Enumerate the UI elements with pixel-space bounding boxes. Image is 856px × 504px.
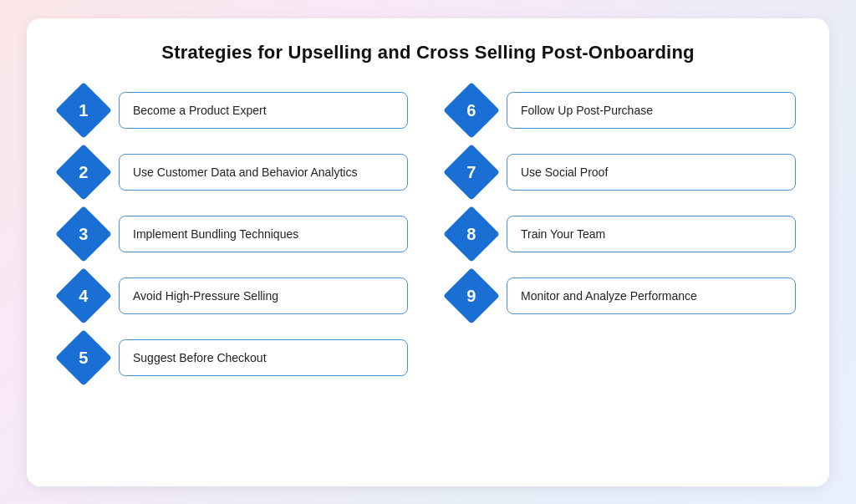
item-label: Use Customer Data and Behavior Analytics: [119, 154, 408, 191]
item-label: Implement Bundling Techniques: [119, 216, 408, 252]
item-number: 6: [466, 102, 476, 119]
diamond-wrapper: 5: [60, 334, 107, 381]
item-label: Become a Product Expert: [119, 92, 408, 129]
list-item: 9 Monitor and Analyze Performance: [448, 272, 796, 319]
diamond-shape: 3: [55, 206, 112, 262]
item-label: Suggest Before Checkout: [119, 339, 408, 376]
diamond-shape: 2: [55, 144, 112, 201]
list-item: 4 Avoid High-Pressure Selling: [60, 272, 408, 319]
left-column: 1 Become a Product Expert 2 Use Customer…: [60, 87, 408, 381]
item-number: 8: [466, 226, 476, 242]
list-item: 6 Follow Up Post-Purchase: [448, 87, 796, 134]
diamond-shape: 8: [443, 206, 500, 262]
diamond-wrapper: 8: [448, 211, 495, 257]
diamond-shape: 6: [443, 82, 500, 139]
diamond-wrapper: 9: [448, 272, 495, 319]
page-title: Strategies for Upselling and Cross Selli…: [60, 42, 796, 64]
diamond-shape: 7: [443, 144, 500, 201]
diamond-wrapper: 2: [60, 149, 107, 196]
list-item: 1 Become a Product Expert: [60, 87, 408, 134]
item-number: 5: [79, 349, 88, 366]
list-item: 7 Use Social Proof: [448, 149, 796, 196]
strategies-grid: 1 Become a Product Expert 2 Use Customer…: [60, 87, 796, 381]
right-column: 6 Follow Up Post-Purchase 7 Use Social P…: [448, 87, 796, 381]
item-label: Follow Up Post-Purchase: [507, 92, 796, 129]
diamond-wrapper: 6: [448, 87, 495, 134]
item-number: 7: [466, 164, 476, 181]
item-number: 3: [79, 226, 88, 242]
item-label: Avoid High-Pressure Selling: [119, 277, 408, 314]
item-label: Monitor and Analyze Performance: [507, 277, 796, 314]
diamond-shape: 5: [55, 329, 112, 386]
diamond-wrapper: 4: [60, 272, 107, 319]
diamond-wrapper: 3: [60, 211, 107, 257]
diamond-shape: 4: [55, 267, 112, 324]
list-item: 8 Train Your Team: [448, 211, 796, 257]
item-number: 9: [466, 288, 476, 304]
diamond-shape: 1: [55, 82, 112, 139]
item-number: 2: [79, 164, 88, 181]
item-label: Use Social Proof: [507, 154, 796, 191]
item-label: Train Your Team: [507, 216, 796, 252]
list-item: 5 Suggest Before Checkout: [60, 334, 408, 381]
item-number: 4: [79, 288, 88, 304]
main-card: Strategies for Upselling and Cross Selli…: [27, 18, 829, 486]
list-item: 2 Use Customer Data and Behavior Analyti…: [60, 149, 408, 196]
diamond-shape: 9: [443, 267, 500, 324]
list-item: 3 Implement Bundling Techniques: [60, 211, 408, 257]
diamond-wrapper: 1: [60, 87, 107, 134]
diamond-wrapper: 7: [448, 149, 495, 196]
item-number: 1: [79, 102, 88, 119]
